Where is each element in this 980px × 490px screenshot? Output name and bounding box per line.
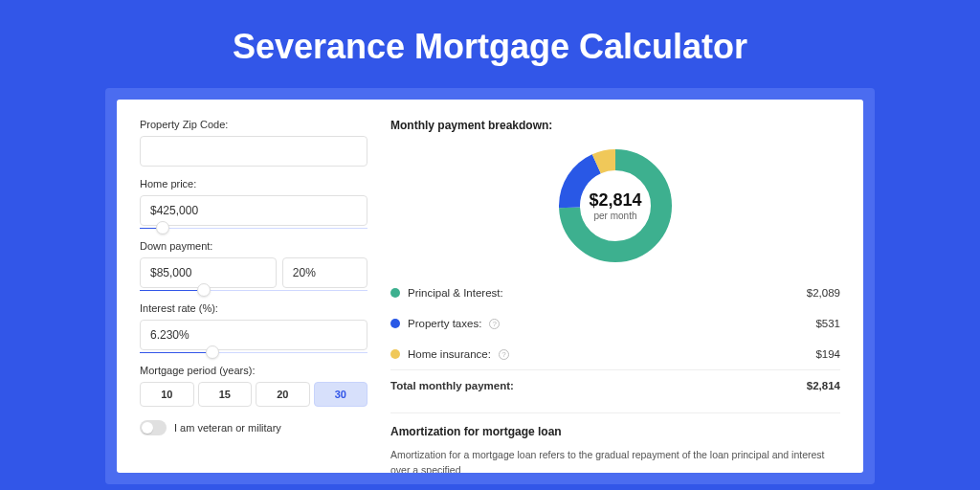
- field-period: Mortgage period (years): 10152030: [140, 365, 368, 407]
- total-label: Total monthly payment:: [390, 380, 514, 391]
- legend-label: Property taxes:: [408, 318, 481, 329]
- help-icon[interactable]: ?: [499, 349, 509, 360]
- slider-thumb[interactable]: [197, 283, 211, 297]
- home-price-label: Home price:: [140, 178, 368, 189]
- down-payment-label: Down payment:: [140, 240, 368, 252]
- legend-amount: $531: [815, 318, 840, 329]
- donut-chart: $2,814 per month: [557, 147, 674, 264]
- interest-slider[interactable]: [140, 352, 368, 353]
- veteran-toggle[interactable]: [140, 420, 167, 435]
- interest-input[interactable]: [140, 320, 368, 350]
- amortization-text: Amortization for a mortgage loan refers …: [390, 448, 840, 473]
- page-title: Severance Mortgage Calculator: [0, 0, 980, 88]
- calculator-card: Property Zip Code: Home price: Down paym…: [117, 100, 863, 473]
- legend-label: Principal & Interest:: [408, 287, 503, 299]
- field-zip: Property Zip Code:: [140, 119, 368, 167]
- amortization-title: Amortization for mortgage loan: [390, 425, 840, 438]
- zip-label: Property Zip Code:: [140, 119, 368, 130]
- field-home-price: Home price:: [140, 178, 368, 229]
- toggle-knob: [142, 422, 153, 434]
- legend-row: Principal & Interest:$2,089: [390, 278, 840, 308]
- home-price-input[interactable]: [140, 195, 368, 226]
- period-option-10[interactable]: 10: [140, 382, 194, 407]
- breakdown-title: Monthly payment breakdown:: [390, 119, 840, 132]
- interest-label: Interest rate (%):: [140, 302, 368, 314]
- legend-dot: [390, 349, 400, 359]
- donut-amount: $2,814: [589, 190, 641, 211]
- period-option-30[interactable]: 30: [314, 382, 368, 407]
- home-price-slider[interactable]: [140, 228, 368, 229]
- card-frame: Property Zip Code: Home price: Down paym…: [105, 88, 875, 484]
- breakdown-panel: Monthly payment breakdown: $2,814 per mo…: [390, 119, 840, 463]
- period-label: Mortgage period (years):: [140, 365, 368, 376]
- legend-row: Property taxes:?$531: [390, 308, 840, 339]
- period-option-15[interactable]: 15: [198, 382, 253, 407]
- legend-amount: $194: [815, 348, 840, 360]
- breakdown-section: Monthly payment breakdown: $2,814 per mo…: [390, 119, 840, 413]
- legend-dot: [390, 288, 400, 298]
- legend-row: Home insurance:?$194: [390, 339, 840, 369]
- down-payment-input[interactable]: [140, 257, 277, 288]
- period-option-20[interactable]: 20: [256, 382, 310, 407]
- veteran-row: I am veteran or military: [140, 420, 368, 435]
- amortization-section: Amortization for mortgage loan Amortizat…: [390, 425, 840, 473]
- total-amount: $2,814: [807, 380, 840, 391]
- legend: Principal & Interest:$2,089Property taxe…: [390, 278, 840, 369]
- slider-thumb[interactable]: [156, 221, 169, 234]
- down-payment-pct-input[interactable]: [282, 257, 368, 288]
- donut-center: $2,814 per month: [557, 147, 674, 264]
- legend-dot: [390, 319, 400, 328]
- form-panel: Property Zip Code: Home price: Down paym…: [140, 119, 368, 463]
- legend-label: Home insurance:: [408, 348, 491, 360]
- field-down-payment: Down payment:: [140, 240, 368, 291]
- legend-amount: $2,089: [807, 287, 840, 299]
- legend-row-total: Total monthly payment: $2,814: [390, 369, 840, 401]
- zip-input[interactable]: [140, 136, 368, 167]
- donut-sub: per month: [593, 211, 636, 221]
- donut-chart-wrap: $2,814 per month: [390, 144, 840, 278]
- help-icon[interactable]: ?: [489, 319, 500, 329]
- slider-thumb[interactable]: [206, 345, 219, 359]
- field-interest: Interest rate (%):: [140, 302, 368, 353]
- down-payment-slider[interactable]: [140, 290, 368, 291]
- veteran-label: I am veteran or military: [174, 422, 281, 434]
